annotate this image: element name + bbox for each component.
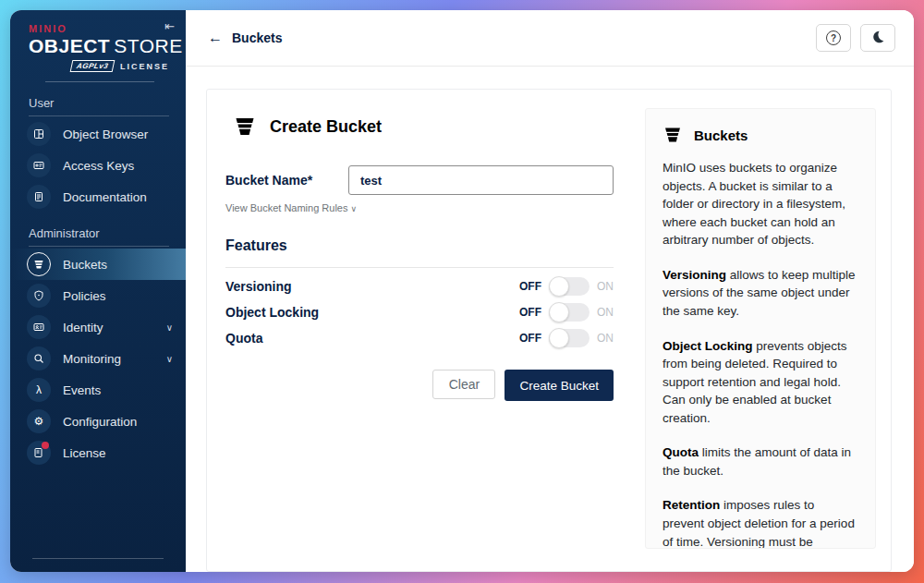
title-object: OBJECT (29, 35, 110, 56)
sidebar-item-label: Monitoring (63, 352, 121, 366)
sidebar-item-policies[interactable]: Policies (10, 280, 186, 311)
question-mark-icon: ? (826, 30, 841, 45)
minio-brand-logo: MINIO (29, 23, 171, 34)
object-store-title: OBJECTSTORE (29, 35, 171, 57)
dark-mode-button[interactable] (860, 24, 895, 52)
features-heading: Features (225, 237, 614, 254)
sidebar-item-documentation[interactable]: Documentation (10, 181, 186, 213)
sidebar-item-events[interactable]: λ Events (10, 374, 186, 406)
quota-label: Quota (225, 331, 262, 346)
license-label: LICENSE (120, 62, 169, 71)
help-panel-title: Buckets (694, 128, 748, 143)
main-area: ← Buckets ? (186, 10, 914, 572)
buckets-help-panel: Buckets MinIO uses buckets to organize o… (645, 108, 876, 549)
help-paragraph: MinIO uses buckets to organize objects. … (663, 159, 858, 249)
help-paragraph: Versioning allows to keep multiple versi… (663, 266, 858, 321)
app-window: ⇤ MINIO OBJECTSTORE AGPLv3 LICENSE User … (10, 10, 914, 572)
help-button[interactable]: ? (816, 24, 851, 52)
features-divider (225, 267, 614, 268)
clear-button[interactable]: Clear (432, 370, 495, 399)
naming-rules-text: View Bucket Naming Rules (225, 202, 347, 213)
help-text: MinIO uses buckets to organize objects. … (663, 161, 845, 247)
chevron-down-icon[interactable]: ∨ (166, 354, 173, 364)
on-label: ON (597, 280, 614, 293)
gear-icon: ⚙ (27, 409, 51, 433)
sidebar-item-configuration[interactable]: ⚙ Configuration (10, 406, 186, 437)
object-locking-label: Object Locking (225, 305, 319, 320)
view-naming-rules-link[interactable]: View Bucket Naming Rules ∨ (225, 202, 348, 213)
sidebar-item-label: Events (63, 383, 101, 397)
topbar: ← Buckets ? (186, 10, 914, 67)
page-title: Create Bucket (270, 117, 382, 137)
agpl-badge: AGPLv3 (69, 60, 115, 72)
versioning-label: Versioning (225, 279, 292, 294)
bucket-icon (27, 252, 51, 276)
page-content: Create Bucket Bucket Name* View Bucket N… (186, 67, 914, 572)
back-label[interactable]: Buckets (232, 30, 282, 45)
collapse-sidebar-icon[interactable]: ⇤ (164, 19, 175, 33)
bucket-icon (233, 115, 257, 138)
chevron-down-icon: ∨ (351, 204, 358, 213)
sidebar-item-monitoring[interactable]: Monitoring ∨ (10, 343, 186, 374)
moon-icon (870, 30, 885, 47)
section-label-administrator: Administrator (10, 213, 186, 246)
chevron-down-icon[interactable]: ∨ (166, 322, 173, 333)
sidebar-item-label: Access Keys (63, 159, 134, 173)
on-label: ON (597, 332, 614, 345)
bucket-name-input[interactable] (348, 165, 614, 195)
sidebar-item-label: Documentation (63, 190, 147, 204)
sidebar-item-license[interactable]: License (10, 437, 186, 468)
help-paragraph: Retention imposes rules to prevent objec… (663, 496, 858, 549)
off-label: OFF (519, 332, 541, 345)
documentation-icon (27, 185, 51, 209)
sidebar: ⇤ MINIO OBJECTSTORE AGPLv3 LICENSE User … (10, 10, 186, 572)
sidebar-item-label: Configuration (63, 415, 137, 429)
sidebar-item-buckets[interactable]: Buckets (10, 249, 186, 280)
help-lead: Versioning (663, 268, 726, 282)
help-paragraph: Object Locking prevents objects from bei… (663, 337, 858, 428)
bucket-icon (663, 126, 683, 144)
sidebar-item-label: Policies (63, 289, 106, 303)
toggle-knob (549, 276, 569, 297)
help-lead: Retention (663, 498, 720, 512)
help-lead: Quota (663, 445, 699, 459)
lambda-icon: λ (27, 378, 51, 402)
on-label: ON (597, 306, 614, 319)
object-locking-row: Object Locking OFF ON (225, 299, 614, 325)
logo-divider (45, 81, 154, 82)
toggle-knob (549, 328, 569, 348)
sidebar-item-access-keys[interactable]: Access Keys (10, 150, 186, 181)
help-lead: Object Locking (663, 339, 753, 353)
toggle-knob (549, 302, 569, 322)
sidebar-item-label: License (63, 446, 106, 460)
title-store: STORE (114, 35, 182, 56)
object-locking-toggle[interactable] (549, 303, 590, 322)
identity-icon (27, 315, 51, 339)
help-paragraph: Quota limits the amount of data in the b… (663, 443, 858, 480)
create-bucket-form: Create Bucket Bucket Name* View Bucket N… (225, 108, 614, 549)
back-to-buckets[interactable]: ← Buckets (208, 30, 282, 45)
back-arrow-icon[interactable]: ← (208, 30, 223, 45)
sidebar-item-object-browser[interactable]: Object Browser (10, 118, 186, 150)
versioning-toggle[interactable] (549, 277, 590, 296)
object-browser-icon (27, 122, 51, 146)
versioning-row: Versioning OFF ON (225, 273, 614, 299)
section-divider (29, 115, 169, 116)
license-notification-dot (42, 442, 49, 449)
quota-row: Quota OFF ON (225, 325, 614, 351)
sidebar-item-label: Object Browser (63, 128, 148, 141)
sidebar-bottom-divider (32, 558, 164, 559)
create-bucket-card: Create Bucket Bucket Name* View Bucket N… (206, 89, 892, 572)
logo-block: ⇤ MINIO OBJECTSTORE AGPLv3 LICENSE (10, 10, 186, 82)
off-label: OFF (519, 306, 541, 319)
off-label: OFF (519, 280, 541, 293)
section-divider (29, 246, 169, 247)
quota-toggle[interactable] (549, 329, 590, 347)
section-label-user: User (10, 82, 186, 115)
sidebar-item-label: Buckets (63, 258, 107, 272)
shield-icon (27, 284, 51, 308)
create-bucket-button[interactable]: Create Bucket (505, 370, 614, 401)
sidebar-item-identity[interactable]: Identity ∨ (10, 311, 186, 343)
access-keys-icon (27, 153, 51, 177)
monitoring-icon (27, 346, 51, 370)
